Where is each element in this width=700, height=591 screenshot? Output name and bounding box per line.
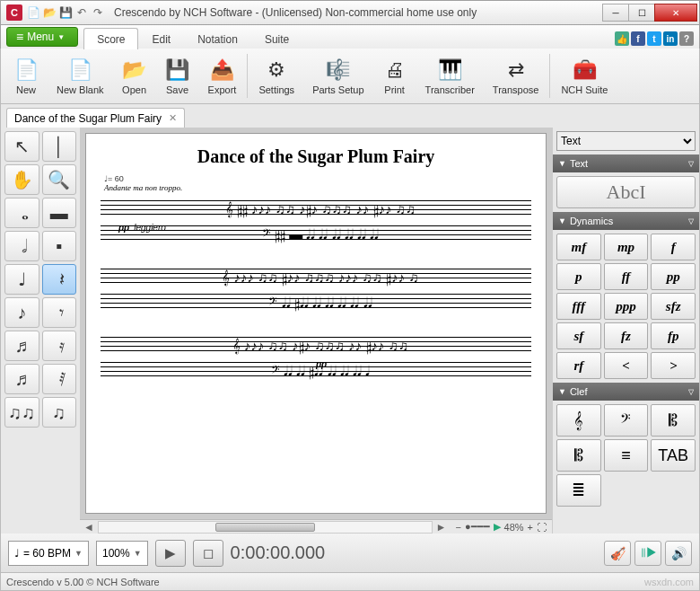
clef-0[interactable]: 𝄞	[556, 404, 601, 437]
linkedin-icon[interactable]: in	[663, 31, 678, 46]
selection-tool[interactable]: ↖	[4, 131, 39, 162]
ribbon-new-blank[interactable]: 📄New Blank	[48, 50, 113, 101]
ribbon-open[interactable]: 📂Open	[113, 50, 156, 101]
app-icon: C	[6, 4, 22, 21]
clef-4[interactable]: ≡	[604, 439, 649, 472]
dynamic-rf[interactable]: rf	[556, 352, 601, 379]
qat-redo-icon[interactable]: ↷	[91, 5, 105, 20]
ribbon-export[interactable]: 📤Export	[199, 50, 246, 101]
stop-button[interactable]: ◻	[193, 540, 223, 567]
tuplet-tool[interactable]: ♫	[42, 397, 77, 428]
facebook-icon[interactable]: f	[631, 31, 645, 46]
dynamic-fff[interactable]: fff	[556, 293, 601, 320]
qat-save-icon[interactable]: 💾	[58, 5, 73, 20]
panel-selector[interactable]: Text	[556, 131, 696, 151]
dynamic-mp[interactable]: mp	[604, 234, 649, 260]
dynamic-cresc[interactable]: <	[604, 352, 649, 379]
tab-notation[interactable]: Notation	[184, 28, 251, 49]
document-tab-strip: Dance of the Sugar Plum Fairy ✕	[0, 104, 700, 128]
zoom-box[interactable]: 100%▼	[96, 541, 148, 566]
quarter-rest[interactable]: 𝄽	[42, 264, 77, 295]
ribbon-transpose[interactable]: ⇄Transpose	[484, 50, 548, 101]
section-dynamics-header[interactable]: ▼Dynamics▽	[553, 212, 699, 230]
clef-6[interactable]: ≣	[556, 474, 601, 507]
instruments-button[interactable]: 🎻	[604, 541, 631, 566]
zoom-slider[interactable]: ●━━━	[465, 521, 490, 533]
dynamic-pp[interactable]: pp	[651, 263, 696, 290]
dynamic-ppp[interactable]: ppp	[604, 293, 649, 320]
whole-note[interactable]: 𝅝	[4, 198, 39, 228]
dynamic-fp[interactable]: fp	[651, 322, 696, 349]
tab-score[interactable]: Score	[83, 28, 138, 49]
qat-open-icon[interactable]: 📂	[42, 5, 57, 20]
half-note[interactable]: 𝅗𝅥	[4, 231, 39, 261]
close-button[interactable]: ✕	[654, 4, 697, 22]
barline-tool[interactable]: │	[42, 131, 77, 162]
open-icon: 📂	[122, 57, 147, 83]
note-toolbox: ↖│✋🔍𝅝▬𝅗𝅥▪♩𝄽♪𝄾♬𝄿♬𝅀♫♫♫	[1, 128, 80, 534]
zoom-tool[interactable]: 🔍	[42, 164, 77, 195]
menu-button[interactable]: Menu▼	[6, 27, 78, 47]
dynamic-p[interactable]: p	[556, 263, 601, 290]
play-button[interactable]: ▶	[155, 540, 186, 567]
menu-bar: Menu▼ Score Edit Notation Suite 👍 f t in…	[0, 25, 700, 49]
zoom-in-icon[interactable]: +	[528, 522, 533, 533]
sixteenth-rest[interactable]: 𝄿	[42, 331, 77, 361]
help-icon[interactable]: ?	[679, 31, 694, 46]
title-bar: C 📄 📂 💾 ↶ ↷ Crescendo by NCH Software - …	[0, 0, 700, 25]
eighth-note[interactable]: ♪	[4, 297, 39, 328]
ribbon-save[interactable]: 💾Save	[156, 50, 199, 101]
clef-2[interactable]: 𝄡	[651, 404, 696, 437]
section-text-header[interactable]: ▼Text▽	[553, 154, 699, 172]
tab-suite[interactable]: Suite	[251, 28, 302, 49]
horizontal-scrollbar[interactable]: ◄ ► − ●━━━ ▶ 48% + ⛶	[80, 519, 552, 534]
ribbon-nch-suite[interactable]: 🧰NCH Suite	[552, 50, 617, 101]
close-tab-icon[interactable]: ✕	[169, 112, 177, 124]
dynamic-f[interactable]: f	[651, 234, 696, 260]
thirtysecond-note[interactable]: ♬	[4, 364, 39, 394]
clef-3[interactable]: 𝄡	[556, 439, 601, 472]
ribbon-toolbar: 📄New📄New Blank📂Open💾Save📤Export⚙Settings…	[0, 49, 700, 104]
insert-text-button[interactable]: AbcI	[556, 176, 696, 208]
zoom-out-icon[interactable]: −	[455, 522, 460, 533]
dynamic-decresc[interactable]: >	[651, 352, 696, 379]
whole-rest[interactable]: ▬	[42, 198, 77, 228]
maximize-button[interactable]: ☐	[628, 4, 655, 22]
ribbon-transcriber[interactable]: 🎹Transcriber	[416, 50, 484, 101]
qat-new-icon[interactable]: 📄	[26, 5, 40, 20]
score-canvas[interactable]: Dance of the Sugar Plum Fairy ♩= 60 Anda…	[85, 133, 547, 514]
sixteenth-note[interactable]: ♬	[4, 331, 39, 361]
document-tab[interactable]: Dance of the Sugar Plum Fairy ✕	[6, 108, 185, 128]
zoom-fit-icon[interactable]: ⛶	[537, 522, 547, 533]
nch-suite-icon: 🧰	[572, 57, 597, 83]
quarter-note[interactable]: ♩	[4, 264, 39, 295]
eighth-rest[interactable]: 𝄾	[42, 297, 77, 328]
section-clef-header[interactable]: ▼Clef▽	[553, 383, 699, 401]
dynamic-fz[interactable]: fz	[604, 322, 649, 349]
tab-edit[interactable]: Edit	[138, 28, 184, 49]
volume-button[interactable]: 🔊	[665, 541, 692, 566]
like-icon[interactable]: 👍	[615, 31, 629, 46]
dynamic-ff[interactable]: ff	[604, 263, 649, 290]
ribbon-print[interactable]: 🖨Print	[373, 50, 416, 101]
half-rest[interactable]: ▪	[42, 231, 77, 261]
qat-undo-icon[interactable]: ↶	[74, 5, 89, 20]
dynamic-sfz[interactable]: sfz	[651, 293, 696, 320]
minimize-button[interactable]: ─	[602, 4, 629, 22]
clef-1[interactable]: 𝄢	[604, 404, 649, 437]
right-panel: Text ▼Text▽ AbcI ▼Dynamics▽ mfmpfpffppff…	[552, 128, 699, 534]
ribbon-settings[interactable]: ⚙Settings	[249, 50, 303, 101]
thirtysecond-rest[interactable]: 𝅀	[42, 364, 77, 394]
dynamic-mf[interactable]: mf	[556, 234, 601, 260]
twitter-icon[interactable]: t	[647, 31, 661, 46]
ribbon-new[interactable]: 📄New	[4, 50, 48, 101]
new-blank-icon: 📄	[67, 57, 92, 83]
clef-5[interactable]: TAB	[651, 439, 696, 472]
ribbon-parts-setup[interactable]: 🎼Parts Setup	[303, 50, 372, 101]
beam-tool[interactable]: ♫♫	[4, 397, 39, 428]
playback-cursor-button[interactable]: ⦀▶	[634, 541, 661, 566]
dynamic-sf[interactable]: sf	[556, 322, 601, 349]
tempo-box[interactable]: ♩ = 60 BPM▼	[8, 541, 89, 566]
hand-tool[interactable]: ✋	[4, 164, 39, 195]
watermark: wsxdn.com	[644, 577, 694, 587]
